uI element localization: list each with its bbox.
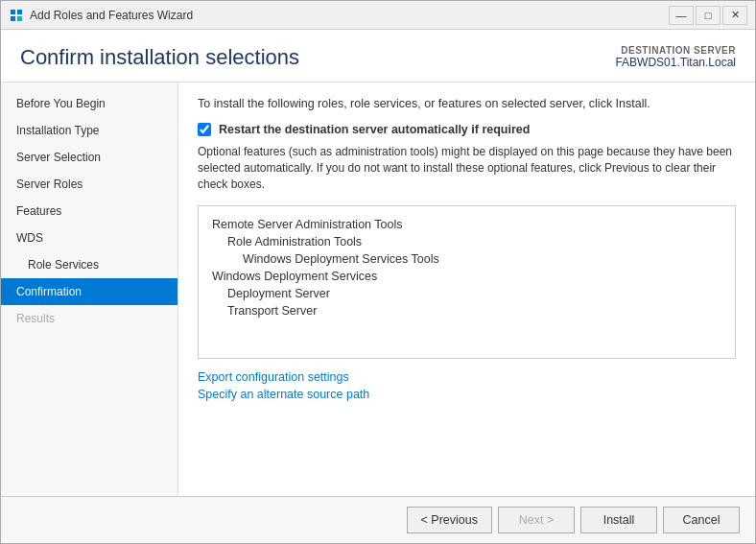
svg-rect-1 bbox=[17, 10, 22, 14]
next-button[interactable]: Next > bbox=[498, 507, 575, 533]
window-controls: — □ ✕ bbox=[669, 6, 747, 25]
destination-label: DESTINATION SERVER bbox=[615, 45, 736, 56]
feature-role-admin-tools: Role Administration Tools bbox=[212, 233, 721, 250]
sidebar-item-wds[interactable]: WDS bbox=[1, 225, 177, 251]
alternate-source-link[interactable]: Specify an alternate source path bbox=[198, 388, 736, 401]
feature-wds-tools: Windows Deployment Services Tools bbox=[212, 250, 721, 268]
restart-checkbox[interactable] bbox=[198, 123, 211, 136]
sidebar-item-installation-type[interactable]: Installation Type bbox=[1, 117, 177, 144]
previous-button[interactable]: < Previous bbox=[407, 507, 492, 533]
sidebar-item-role-services[interactable]: Role Services bbox=[1, 251, 177, 278]
title-bar: Add Roles and Features Wizard — □ ✕ bbox=[1, 1, 755, 30]
footer: < Previous Next > Install Cancel bbox=[1, 496, 755, 543]
sidebar-item-results: Results bbox=[1, 305, 177, 332]
restart-checkbox-row: Restart the destination server automatic… bbox=[198, 123, 736, 136]
install-button[interactable]: Install bbox=[580, 507, 657, 533]
sidebar: Before You Begin Installation Type Serve… bbox=[1, 83, 178, 496]
maximize-button[interactable]: □ bbox=[696, 6, 721, 25]
window-title: Add Roles and Features Wizard bbox=[30, 9, 669, 22]
sidebar-item-server-selection[interactable]: Server Selection bbox=[1, 144, 177, 171]
sidebar-item-before-you-begin[interactable]: Before You Begin bbox=[1, 90, 177, 117]
sidebar-item-server-roles[interactable]: Server Roles bbox=[1, 171, 177, 198]
restart-checkbox-label[interactable]: Restart the destination server automatic… bbox=[219, 123, 530, 136]
cancel-button[interactable]: Cancel bbox=[663, 507, 740, 533]
destination-server-info: DESTINATION SERVER FABWDS01.Titan.Local bbox=[615, 45, 736, 69]
sidebar-item-confirmation[interactable]: Confirmation bbox=[1, 278, 177, 305]
header: Confirm installation selections DESTINAT… bbox=[1, 30, 755, 83]
features-box: Remote Server Administration Tools Role … bbox=[198, 205, 736, 359]
export-config-link[interactable]: Export configuration settings bbox=[198, 370, 736, 384]
main-window: Add Roles and Features Wizard — □ ✕ Conf… bbox=[0, 0, 756, 544]
svg-rect-0 bbox=[11, 10, 15, 14]
minimize-button[interactable]: — bbox=[669, 6, 694, 25]
feature-transport-server: Transport Server bbox=[212, 302, 721, 319]
svg-rect-3 bbox=[17, 16, 22, 21]
app-icon bbox=[9, 8, 24, 23]
svg-rect-2 bbox=[11, 16, 15, 21]
page-title: Confirm installation selections bbox=[20, 45, 299, 70]
main-content: Before You Begin Installation Type Serve… bbox=[1, 83, 755, 496]
intro-text: To install the following roles, role ser… bbox=[198, 96, 736, 113]
destination-value: FABWDS01.Titan.Local bbox=[615, 56, 736, 69]
feature-wds: Windows Deployment Services bbox=[212, 268, 721, 285]
optional-text: Optional features (such as administratio… bbox=[198, 144, 736, 194]
sidebar-item-features[interactable]: Features bbox=[1, 198, 177, 225]
feature-deployment-server: Deployment Server bbox=[212, 285, 721, 302]
content-area: To install the following roles, role ser… bbox=[178, 83, 755, 496]
feature-remote-server-admin-tools: Remote Server Administration Tools bbox=[212, 216, 721, 233]
close-button[interactable]: ✕ bbox=[722, 6, 747, 25]
